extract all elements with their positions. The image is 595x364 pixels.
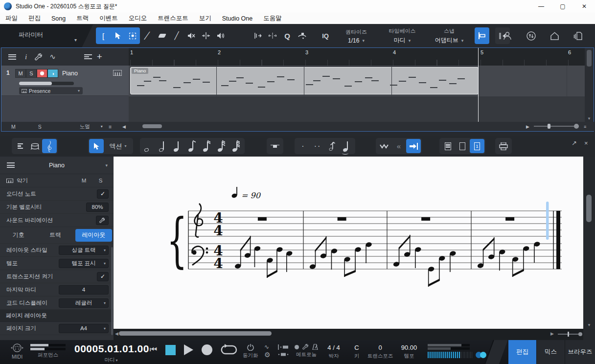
tab-symbols[interactable]: 기호 bbox=[0, 229, 37, 242]
panel-solo-button[interactable]: S bbox=[92, 176, 109, 185]
chevron-down-icon[interactable]: ▾ bbox=[101, 124, 103, 129]
menu-item-0[interactable]: 파일 bbox=[0, 13, 23, 24]
track-list-icon[interactable] bbox=[84, 53, 92, 60]
minimize-button[interactable]: — bbox=[530, 0, 552, 13]
autopunch-icon[interactable] bbox=[278, 352, 289, 357]
menu-item-9[interactable]: 도움말 bbox=[258, 13, 287, 24]
close-button[interactable]: ✕ bbox=[573, 0, 595, 13]
print-button[interactable] bbox=[496, 139, 511, 153]
page-view-button[interactable] bbox=[455, 139, 470, 153]
edit-view-button[interactable]: 편집 bbox=[508, 340, 536, 364]
tempo-control[interactable]: 90.00 템포 bbox=[395, 344, 423, 360]
menu-item-4[interactable]: 이벤트 bbox=[94, 13, 123, 24]
track-row[interactable]: 1 M S ◑ Piano Presence ▾ bbox=[1, 66, 129, 96]
single-page-view-button[interactable]: 1 bbox=[470, 139, 484, 153]
menu-item-2[interactable]: Song bbox=[46, 13, 71, 24]
track-monitor-button[interactable]: ◑ bbox=[47, 69, 58, 78]
time-unit[interactable]: 마디 bbox=[104, 357, 114, 363]
chevron-down-icon[interactable]: ▾ bbox=[105, 163, 108, 168]
arrange-h-scrollbar[interactable] bbox=[134, 124, 520, 129]
detach-editor-button[interactable]: ↗ bbox=[572, 139, 577, 147]
score-playhead[interactable] bbox=[546, 202, 549, 240]
metronome-icon[interactable] bbox=[312, 344, 318, 350]
level-meter[interactable] bbox=[428, 352, 460, 358]
settings-gear-icon[interactable]: ⚙ bbox=[264, 351, 271, 359]
audition-checkbox[interactable]: ✓ bbox=[97, 189, 109, 199]
drum-view-button[interactable] bbox=[27, 139, 42, 153]
score-zoom-slider[interactable] bbox=[558, 334, 581, 335]
sound-variation-button[interactable] bbox=[96, 216, 109, 225]
voices-button[interactable] bbox=[377, 139, 391, 153]
track-lane[interactable]: Piano bbox=[129, 66, 585, 96]
arrange-zoom-slider[interactable] bbox=[534, 126, 579, 127]
parameter-dropdown[interactable]: 파라미터 ▾ bbox=[0, 24, 93, 47]
scroll-thumb[interactable] bbox=[587, 50, 592, 67]
zoom-knob[interactable] bbox=[578, 332, 582, 336]
menu-item-5[interactable]: 오디오 bbox=[123, 13, 153, 24]
scroll-right-arrow[interactable]: ▶ bbox=[550, 331, 554, 336]
transposition-checkbox[interactable]: ✓ bbox=[97, 272, 109, 281]
previous-button[interactable]: « bbox=[391, 139, 406, 153]
sync-cloud-button[interactable] bbox=[524, 27, 538, 44]
panel-track-title[interactable]: Piano bbox=[0, 162, 114, 169]
lane-options-icon[interactable]: ≡ bbox=[109, 124, 112, 130]
rest-button[interactable] bbox=[268, 139, 282, 153]
play-button[interactable] bbox=[184, 344, 193, 355]
wrench-icon[interactable] bbox=[302, 344, 309, 350]
whole-note-button[interactable] bbox=[141, 139, 156, 153]
bracket-tool-button[interactable]: [ bbox=[96, 27, 111, 44]
global-solo-button[interactable]: S bbox=[38, 124, 42, 130]
scroll-down-arrow[interactable]: ▼ bbox=[587, 116, 591, 121]
input-quantize-button[interactable]: IQ bbox=[317, 27, 334, 44]
track-menu-icon[interactable] bbox=[8, 54, 16, 60]
tab-tracks[interactable]: 트랙 bbox=[37, 229, 73, 242]
add-track-button[interactable]: + bbox=[97, 51, 102, 62]
arrow-tool-button[interactable] bbox=[111, 27, 125, 44]
tempo-curve-icon[interactable]: ∿ bbox=[264, 343, 271, 350]
track-volume-slider[interactable] bbox=[19, 82, 74, 85]
automation-icon[interactable]: ∿ bbox=[49, 52, 56, 61]
mix-view-button[interactable]: 믹스 bbox=[536, 340, 565, 364]
follow-cursor-button[interactable] bbox=[406, 139, 421, 153]
dot-button[interactable]: · bbox=[296, 139, 310, 153]
snap-toggle-button[interactable] bbox=[475, 27, 489, 44]
arrange-v-scrollbar[interactable]: ▼ bbox=[585, 48, 594, 122]
scroll-thumb[interactable] bbox=[142, 124, 162, 128]
return-to-start-button[interactable]: ⏮ bbox=[150, 345, 157, 355]
arrange-playhead[interactable] bbox=[478, 48, 479, 122]
menu-item-8[interactable]: Studio One bbox=[217, 13, 258, 24]
velocity-value[interactable]: 80% bbox=[86, 203, 109, 212]
scroll-thumb[interactable] bbox=[586, 195, 592, 222]
metronome-control[interactable]: 메트로놈 bbox=[295, 344, 318, 358]
score-h-scrollbar[interactable]: ◀ ▶ bbox=[114, 329, 583, 340]
instrument-selector[interactable]: Presence ▾ bbox=[19, 87, 83, 94]
scroll-right-arrow[interactable]: ▶ bbox=[526, 124, 529, 129]
action-dropdown[interactable]: 액션 ▾ bbox=[104, 139, 132, 153]
timeline-ruler[interactable]: 123456 bbox=[129, 48, 585, 66]
menu-item-3[interactable]: 트랙 bbox=[71, 13, 94, 24]
home-button[interactable] bbox=[547, 27, 562, 44]
stretch-both-button[interactable] bbox=[265, 27, 280, 44]
timebase-selector[interactable]: 타임베이스 마디▾ bbox=[379, 27, 426, 45]
midi-clip[interactable]: Piano bbox=[130, 67, 479, 94]
score-v-scrollbar[interactable]: ▼ bbox=[583, 157, 595, 329]
bend-marker-button[interactable] bbox=[295, 27, 309, 44]
wrench-icon[interactable] bbox=[35, 53, 43, 61]
sync-control[interactable]: 동기화 bbox=[243, 344, 258, 359]
layout-style-dropdown[interactable]: 싱글 트랙▾ bbox=[59, 246, 109, 255]
scroll-thumb[interactable] bbox=[119, 331, 272, 336]
menu-item-7[interactable]: 보기 bbox=[194, 13, 217, 24]
key-control[interactable]: C 키 bbox=[348, 344, 365, 360]
inspector-icon[interactable]: i bbox=[25, 53, 27, 61]
performance-meter[interactable]: 퍼포먼스 bbox=[30, 344, 66, 359]
zoom-thumb[interactable] bbox=[548, 124, 550, 129]
scroll-down-arrow[interactable]: ▼ bbox=[587, 323, 591, 327]
menu-item-6[interactable]: 트랜스포트 bbox=[152, 13, 194, 24]
transpose-control[interactable]: 0 트랜스포즈 bbox=[366, 344, 394, 360]
menu-item-1[interactable]: 편집 bbox=[23, 13, 46, 24]
output-toggle[interactable] bbox=[476, 352, 487, 358]
range-tool-button[interactable]: ✱ bbox=[125, 27, 140, 44]
panel-mute-button[interactable]: M bbox=[76, 176, 92, 185]
score-page[interactable]: {4444= 90 bbox=[114, 157, 583, 329]
paint-tool-button[interactable]: ╱ bbox=[169, 27, 184, 44]
